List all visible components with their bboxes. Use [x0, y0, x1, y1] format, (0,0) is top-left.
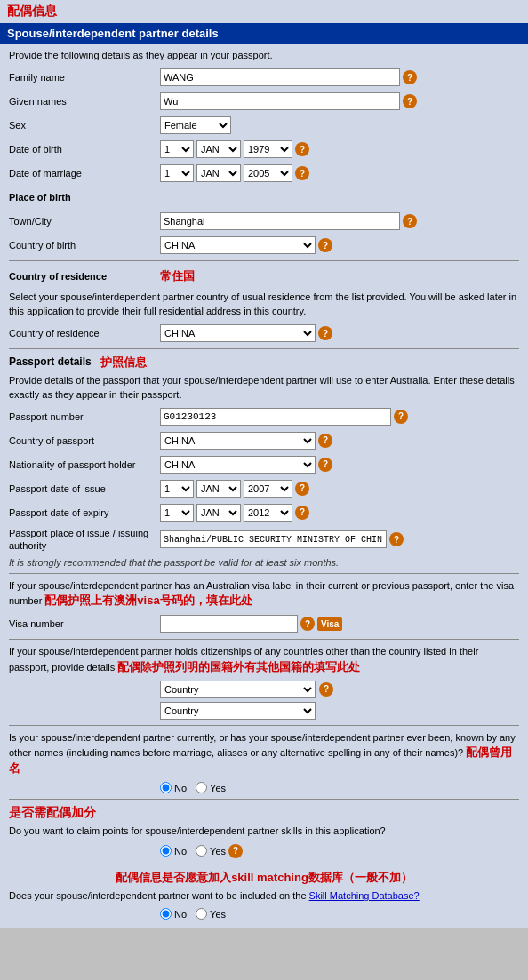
- town-label: Town/City: [9, 216, 160, 227]
- country-residence-help-icon[interactable]: ?: [318, 326, 332, 340]
- passport-expiry-help-icon[interactable]: ?: [295, 506, 309, 520]
- other-names-desc-text: Is your spouse/interdependent partner cu…: [9, 732, 516, 758]
- family-name-input[interactable]: [160, 68, 400, 86]
- passport-issue-controls: 1 JAN 2007 ?: [160, 480, 519, 498]
- dob-day-select[interactable]: 1: [160, 140, 194, 158]
- passport-description: Provide details of the passport that you…: [9, 374, 519, 402]
- country-residence-section-label: Country of residence: [9, 271, 160, 282]
- section-description: Provide the following details as they ap…: [9, 49, 519, 62]
- skill-matching-description: Does your spouse/interdependent partner …: [9, 889, 519, 903]
- passport-valid-note: It is strongly recommended that the pass…: [9, 557, 519, 568]
- sex-select[interactable]: Female Male: [160, 116, 231, 134]
- skill-matching-no-label[interactable]: No: [160, 908, 187, 920]
- dob-label: Date of birth: [9, 144, 160, 155]
- claim-points-no-label[interactable]: No: [160, 845, 187, 857]
- dom-month-select[interactable]: JAN: [196, 164, 241, 182]
- country-of-birth-label: Country of birth: [9, 240, 160, 251]
- passport-expiry-month-select[interactable]: JAN: [196, 504, 241, 522]
- country-passport-help-icon[interactable]: ?: [318, 434, 332, 448]
- country-residence-row: Country of residence CHINA ?: [9, 323, 519, 343]
- citizenship-country1-help-icon[interactable]: ?: [319, 682, 333, 697]
- nationality-row: Nationality of passport holder CHINA ?: [9, 455, 519, 474]
- country-residence-chinese: 常住国: [160, 268, 195, 284]
- passport-issue-year-select[interactable]: 2007: [244, 480, 292, 498]
- family-name-help-icon[interactable]: ?: [403, 70, 417, 84]
- country-of-birth-help-icon[interactable]: ?: [318, 238, 332, 252]
- other-names-yes-label[interactable]: Yes: [196, 782, 226, 793]
- country-passport-label: Country of passport: [9, 435, 160, 446]
- passport-expiry-year-select[interactable]: 2012: [244, 504, 292, 522]
- dom-help-icon[interactable]: ?: [295, 166, 309, 180]
- other-names-no-radio[interactable]: [160, 782, 172, 793]
- skill-matching-chinese: 配偶信息是否愿意加入skill matching数据库（一般不加）: [9, 870, 519, 886]
- family-name-label: Family name: [9, 72, 160, 83]
- other-names-yes-text: Yes: [210, 783, 226, 793]
- claim-points-no-radio[interactable]: [160, 845, 172, 857]
- citizenship-country1-row: Country ?: [160, 681, 519, 698]
- country-residence-label: Country of residence: [9, 328, 160, 339]
- skill-matching-no-radio[interactable]: [160, 908, 172, 920]
- passport-issue-help-icon[interactable]: ?: [295, 482, 309, 496]
- passport-number-input[interactable]: [160, 408, 391, 426]
- given-names-row: Given names ?: [9, 92, 519, 111]
- claim-points-yes-radio[interactable]: [196, 845, 207, 857]
- divider-2: [9, 348, 519, 349]
- town-input[interactable]: [160, 212, 400, 230]
- passport-number-help-icon[interactable]: ?: [394, 410, 408, 424]
- town-row: Town/City ?: [9, 211, 519, 231]
- claim-points-yes-text: Yes: [210, 846, 226, 857]
- dob-controls: 1 JAN 1979 ?: [160, 140, 519, 158]
- dom-day-select[interactable]: 1: [160, 164, 194, 182]
- citizenship-chinese: 配偶除护照列明的国籍外有其他国籍的填写此处: [117, 660, 360, 673]
- citizenship-dropdowns: Country ? Country: [9, 681, 519, 720]
- town-controls: ?: [160, 212, 519, 230]
- sex-label: Sex: [9, 120, 160, 131]
- visa-number-help-icon[interactable]: ?: [300, 617, 315, 631]
- passport-expiry-label: Passport date of expiry: [9, 507, 160, 518]
- passport-place-input[interactable]: [160, 530, 387, 548]
- other-names-description: Is your spouse/interdependent partner cu…: [9, 731, 519, 777]
- country-passport-select[interactable]: CHINA: [160, 432, 316, 450]
- country-of-birth-select[interactable]: CHINA: [160, 236, 316, 254]
- country-residence-select[interactable]: CHINA: [160, 324, 316, 342]
- passport-issue-day-select[interactable]: 1: [160, 480, 194, 498]
- country-passport-controls: CHINA ?: [160, 432, 519, 450]
- given-names-input[interactable]: [160, 92, 400, 110]
- other-names-no-text: No: [174, 783, 187, 793]
- dob-help-icon[interactable]: ?: [295, 142, 309, 156]
- skill-matching-yes-label[interactable]: Yes: [196, 908, 226, 920]
- passport-place-help-icon[interactable]: ?: [389, 532, 404, 546]
- passport-chinese: 护照信息: [100, 355, 147, 370]
- skill-matching-radio-group: No Yes: [9, 908, 519, 920]
- skill-matching-link[interactable]: Skill Matching Database?: [309, 890, 420, 901]
- divider-3: [9, 573, 519, 574]
- claim-points-chinese: 是否需配偶加分: [9, 805, 519, 821]
- nationality-controls: CHINA ?: [160, 456, 519, 474]
- passport-issue-month-select[interactable]: JAN: [196, 480, 241, 498]
- citizenship-country2-select[interactable]: Country: [160, 702, 316, 720]
- passport-header-row: Passport details 护照信息: [9, 355, 519, 370]
- visa-chinese: 配偶护照上有澳洲visa号码的，填在此处: [44, 594, 252, 607]
- dob-month-select[interactable]: JAN: [196, 140, 241, 158]
- claim-points-yes-label[interactable]: Yes ?: [196, 844, 243, 858]
- visa-number-input[interactable]: [160, 615, 298, 633]
- claim-points-help-icon[interactable]: ?: [228, 844, 243, 858]
- other-names-yes-radio[interactable]: [196, 782, 207, 793]
- citizenship-country2-row: Country: [160, 702, 519, 720]
- claim-points-description: Do you want to claim points for spouse/i…: [9, 825, 519, 838]
- other-names-no-label[interactable]: No: [160, 782, 187, 793]
- section-header-text: Spouse/interdependent partner details: [7, 27, 219, 40]
- citizenship-country1-select[interactable]: Country: [160, 681, 316, 698]
- chinese-title-text: 配偶信息: [7, 4, 57, 18]
- town-help-icon[interactable]: ?: [403, 214, 417, 228]
- dob-year-select[interactable]: 1979: [244, 140, 292, 158]
- skill-matching-yes-text: Yes: [210, 909, 226, 920]
- dom-year-select[interactable]: 2005: [244, 164, 292, 182]
- skill-matching-yes-radio[interactable]: [196, 908, 207, 920]
- given-names-help-icon[interactable]: ?: [403, 94, 417, 108]
- section-header: Spouse/interdependent partner details: [0, 23, 528, 44]
- given-names-label: Given names: [9, 96, 160, 107]
- nationality-help-icon[interactable]: ?: [318, 458, 332, 472]
- passport-expiry-day-select[interactable]: 1: [160, 504, 194, 522]
- nationality-select[interactable]: CHINA: [160, 456, 316, 474]
